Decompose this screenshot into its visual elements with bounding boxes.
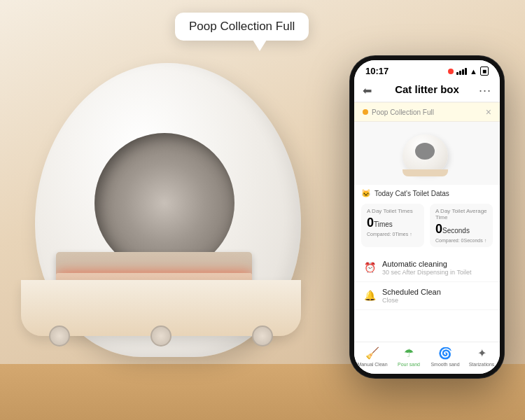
phone-screen: 10:17 ▲ ■ ⬅ Cat litter box ··· xyxy=(354,60,500,374)
status-time: 10:17 xyxy=(365,66,388,76)
scheduled-clean-icon: 🔔 xyxy=(363,288,377,302)
nav-item-pour-sand[interactable]: ☂ Pour sand xyxy=(391,346,427,367)
smooth-sand-label: Smooth sand xyxy=(430,362,459,367)
nav-item-manual-clean[interactable]: 🧹 Manual Clean xyxy=(354,346,391,367)
tooltip-bubble: Poop Collection Full xyxy=(175,13,309,41)
average-time-unit: Seconds xyxy=(442,227,470,234)
nav-item-smooth-sand[interactable]: 🌀 Smooth sand xyxy=(427,346,463,367)
back-icon[interactable]: ⬅ xyxy=(363,84,372,97)
mini-device-image xyxy=(402,134,451,176)
auto-clean-icon: ⏰ xyxy=(363,260,377,274)
nav-item-sterilizations[interactable]: ✦ Starizations xyxy=(463,346,500,367)
device-image-area xyxy=(354,122,500,185)
average-time-card: A Day Toilet Average Time 0Seconds Compa… xyxy=(430,204,493,247)
wheel-left xyxy=(49,326,70,346)
toilet-times-comparison: Compared: 0Times ↑ xyxy=(367,232,419,237)
sterilizations-icon: ✦ xyxy=(477,346,486,360)
stats-grid: A Day Toilet Times 0Times Compared: 0Tim… xyxy=(361,204,493,247)
toilet-times-label: A Day Toilet Times xyxy=(367,208,419,214)
smooth-sand-icon: 🌀 xyxy=(438,346,452,360)
auto-clean-subtitle: 30 sec After Dispensing in Toilet xyxy=(382,269,471,276)
wheel-center xyxy=(150,326,172,346)
tooltip-text: Poop Collection Full xyxy=(189,20,295,33)
toilet-times-card: A Day Toilet Times 0Times Compared: 0Tim… xyxy=(361,204,424,247)
scheduled-clean-title: Scheduled Clean xyxy=(382,288,441,296)
average-time-comparison: Compared: 0Seconds ↑ xyxy=(435,238,487,243)
pour-sand-icon: ☂ xyxy=(404,346,414,360)
toilet-times-value: 0 xyxy=(367,216,374,230)
scheduled-clean-subtitle: Close xyxy=(382,297,441,304)
stats-section: 🐱 Today Cat's Toilet Datas A Day Toilet … xyxy=(354,185,500,251)
average-time-label: A Day Toilet Average Time xyxy=(435,208,487,220)
feature-item-scheduled-clean: 🔔 Scheduled Clean Close xyxy=(354,282,500,310)
alert-banner: Poop Collection Full × xyxy=(354,102,500,122)
battery-icon: ■ xyxy=(480,66,489,76)
status-bar: 10:17 ▲ ■ xyxy=(354,60,500,79)
alert-close-button[interactable]: × xyxy=(486,106,491,118)
phone-device: 10:17 ▲ ■ ⬅ Cat litter box ··· xyxy=(350,56,504,378)
average-time-value: 0 xyxy=(435,222,442,236)
more-options-icon[interactable]: ··· xyxy=(479,83,491,98)
alert-text: Poop Collection Full xyxy=(372,108,434,116)
app-title: Cat litter box xyxy=(395,83,459,95)
feature-list: ⏰ Automatic cleaning 30 sec After Dispen… xyxy=(354,251,500,313)
wheel-right xyxy=(252,326,273,346)
device-illustration xyxy=(14,42,322,385)
manual-clean-icon: 🧹 xyxy=(365,346,379,360)
alert-dot xyxy=(363,109,368,115)
sterilizations-label: Starizations xyxy=(469,362,495,367)
pour-sand-label: Pour sand xyxy=(398,362,420,367)
device-base xyxy=(21,280,301,336)
status-icons: ▲ ■ xyxy=(448,66,489,76)
app-header: ⬅ Cat litter box ··· xyxy=(354,79,500,102)
manual-clean-label: Manual Clean xyxy=(357,362,387,367)
signal-bars xyxy=(456,68,467,75)
bottom-nav: 🧹 Manual Clean ☂ Pour sand 🌀 Smooth sand… xyxy=(354,342,500,374)
alert-content: Poop Collection Full xyxy=(363,108,434,116)
stats-header: 🐱 Today Cat's Toilet Datas xyxy=(361,189,493,198)
feature-item-auto-clean: ⏰ Automatic cleaning 30 sec After Dispen… xyxy=(354,254,500,282)
toilet-times-unit: Times xyxy=(374,220,393,228)
wifi-icon: ▲ xyxy=(470,67,477,76)
live-indicator xyxy=(448,69,454,74)
auto-clean-title: Automatic cleaning xyxy=(382,260,471,268)
cat-icon: 🐱 xyxy=(361,189,371,198)
stats-title: Today Cat's Toilet Datas xyxy=(374,190,449,197)
